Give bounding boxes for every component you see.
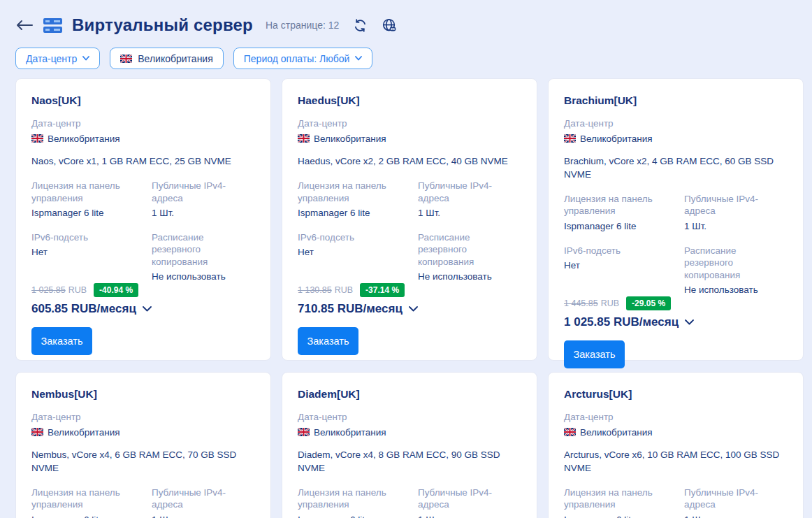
chevron-down-icon[interactable] bbox=[685, 319, 694, 325]
datacenter-value: Великобритания bbox=[48, 133, 120, 145]
card-fields: Лицензия на панель управления Ispmanager… bbox=[298, 487, 521, 518]
cards-grid: Naos[UK] Дата-центр Великобритания Naos,… bbox=[15, 78, 804, 518]
uk-flag-icon bbox=[298, 134, 310, 143]
datacenter-value: Великобритания bbox=[580, 426, 653, 439]
refresh-icon[interactable] bbox=[353, 18, 368, 33]
datacenter-label: Дата-центр bbox=[31, 411, 255, 424]
ipv6-label: IPv6-подсеть bbox=[298, 231, 401, 244]
license-label: Лицензия на панель управления bbox=[298, 487, 401, 511]
server-name: Brachium[UK] bbox=[564, 94, 788, 107]
old-price: 1 445.85 bbox=[564, 298, 598, 308]
license-field: Лицензия на панель управления Ispmanager… bbox=[31, 487, 135, 518]
page-header: Виртуальный сервер На странице: 12 bbox=[15, 13, 797, 38]
card-fields: Лицензия на панель управления Ispmanager… bbox=[564, 487, 788, 518]
ipv6-value: Нет bbox=[298, 246, 401, 259]
uk-flag-icon bbox=[120, 55, 132, 63]
backup-label: Расписание резервного копирования bbox=[684, 245, 788, 282]
backup-value: Не использовать bbox=[684, 284, 788, 296]
server-card: Arcturus[UK] Дата-центр Великобритания A… bbox=[548, 372, 804, 518]
chevron-down-icon[interactable] bbox=[409, 306, 418, 312]
uk-flag-icon bbox=[298, 428, 310, 436]
license-label: Лицензия на панель управления bbox=[564, 487, 667, 511]
backup-field: Расписание резервного копирования Не исп… bbox=[418, 231, 521, 283]
price-area: 1 025.85 RUB -40.94 % 605.85 RUB/месяц З… bbox=[31, 283, 255, 355]
server-name: Haedus[UK] bbox=[298, 94, 521, 107]
old-price: 1 130.85 bbox=[298, 285, 332, 295]
ipv4-label: Публичные IPv4-адреса bbox=[684, 487, 788, 511]
server-name: Nembus[UK] bbox=[31, 388, 255, 401]
ipv4-value: 1 Шт. bbox=[418, 514, 521, 518]
datacenter-label: Дата-центр bbox=[298, 411, 521, 424]
license-value: Ispmanager 6 lite bbox=[31, 207, 135, 220]
back-arrow-icon[interactable] bbox=[15, 20, 34, 31]
card-fields: Лицензия на панель управления Ispmanager… bbox=[564, 193, 788, 296]
price-area: 1 130.85 RUB -37.14 % 710.85 RUB/месяц З… bbox=[298, 283, 521, 355]
uk-flag-icon bbox=[564, 428, 576, 436]
order-button[interactable]: Заказать bbox=[564, 340, 625, 368]
backup-field: Расписание резервного копирования Не исп… bbox=[684, 245, 788, 296]
server-spec: Nembus, vCore x4, 6 GB RAM ECC, 70 GB SS… bbox=[31, 449, 255, 475]
license-field: Лицензия на панель управления Ispmanager… bbox=[298, 180, 401, 220]
chevron-down-icon bbox=[82, 56, 89, 61]
uk-flag-icon bbox=[31, 134, 43, 143]
globe-network-icon[interactable] bbox=[382, 17, 397, 33]
ipv4-label: Публичные IPv4-адреса bbox=[152, 180, 255, 204]
discount-badge: -40.94 % bbox=[94, 283, 138, 297]
datacenter-label: Дата-центр bbox=[564, 411, 788, 424]
uk-flag-icon bbox=[31, 428, 43, 436]
ipv4-value: 1 Шт. bbox=[418, 207, 521, 220]
chevron-down-icon bbox=[355, 56, 362, 61]
ipv4-label: Публичные IPv4-адреса bbox=[684, 193, 788, 217]
chevron-down-icon[interactable] bbox=[143, 306, 152, 312]
price-per-month: 605.85 RUB/месяц bbox=[31, 302, 136, 316]
backup-label: Расписание резервного копирования bbox=[418, 231, 521, 268]
filter-payment-period[interactable]: Период оплаты: Любой bbox=[233, 48, 373, 69]
ipv4-field: Публичные IPv4-адреса 1 Шт. bbox=[418, 180, 521, 220]
datacenter-field: Дата-центр Великобритания bbox=[31, 411, 255, 438]
datacenter-field: Дата-центр Великобритания bbox=[298, 411, 521, 438]
old-price-row: 1 130.85 RUB -37.14 % bbox=[298, 283, 521, 297]
ipv6-field: IPv6-подсеть Нет bbox=[298, 231, 401, 283]
server-card: Haedus[UK] Дата-центр Великобритания Hae… bbox=[282, 78, 537, 361]
datacenter-field: Дата-центр Великобритания bbox=[564, 411, 788, 438]
order-button[interactable]: Заказать bbox=[31, 327, 92, 355]
uk-flag-icon bbox=[564, 134, 576, 143]
old-price-currency: RUB bbox=[335, 285, 353, 295]
discount-badge: -37.14 % bbox=[360, 283, 405, 297]
license-field: Лицензия на панель управления Ispmanager… bbox=[298, 487, 401, 518]
license-label: Лицензия на панель управления bbox=[564, 193, 667, 217]
ipv4-field: Публичные IPv4-адреса 1 Шт. bbox=[684, 487, 788, 518]
price-per-month: 710.85 RUB/месяц bbox=[298, 302, 403, 316]
server-spec: Naos, vCore x1, 1 GB RAM ECC, 25 GB NVME bbox=[31, 155, 255, 168]
server-spec: Diadem, vCore x4, 8 GB RAM ECC, 90 GB SS… bbox=[298, 449, 521, 475]
datacenter-value: Великобритания bbox=[314, 426, 386, 439]
old-price-row: 1 445.85 RUB -29.05 % bbox=[564, 296, 788, 310]
server-card: Brachium[UK] Дата-центр Великобритания B… bbox=[548, 78, 804, 361]
datacenter-value: Великобритания bbox=[48, 426, 120, 439]
backup-value: Не использовать bbox=[152, 271, 255, 283]
order-button[interactable]: Заказать bbox=[298, 327, 358, 355]
old-price-row: 1 025.85 RUB -40.94 % bbox=[31, 283, 255, 297]
server-card: Nembus[UK] Дата-центр Великобритания Nem… bbox=[15, 372, 271, 518]
per-page-selector[interactable]: На странице: 12 bbox=[266, 20, 339, 31]
datacenter-field: Дата-центр Великобритания bbox=[564, 117, 788, 145]
ipv4-field: Публичные IPv4-адреса 1 Шт. bbox=[684, 193, 788, 233]
server-name: Diadem[UK] bbox=[298, 388, 521, 401]
server-name: Naos[UK] bbox=[31, 94, 255, 107]
ipv6-value: Нет bbox=[31, 246, 135, 259]
datacenter-value: Великобритания bbox=[314, 133, 386, 145]
old-price-currency: RUB bbox=[68, 285, 87, 295]
card-fields: Лицензия на панель управления Ispmanager… bbox=[31, 487, 255, 518]
ipv4-label: Публичные IPv4-адреса bbox=[418, 487, 521, 511]
discount-badge: -29.05 % bbox=[626, 296, 671, 310]
server-spec: Brachium, vCore x2, 4 GB RAM ECC, 60 GB … bbox=[564, 155, 788, 182]
filter-datacenter[interactable]: Дата-центр bbox=[15, 48, 100, 69]
filter-country[interactable]: Великобритания bbox=[110, 48, 224, 69]
datacenter-label: Дата-центр bbox=[564, 117, 788, 130]
license-label: Лицензия на панель управления bbox=[298, 180, 401, 204]
ipv4-label: Публичные IPv4-адреса bbox=[152, 487, 255, 511]
ipv4-field: Публичные IPv4-адреса 1 Шт. bbox=[152, 180, 255, 220]
ipv4-label: Публичные IPv4-адреса bbox=[418, 180, 521, 204]
ipv4-value: 1 Шт. bbox=[152, 207, 255, 220]
ipv6-value: Нет bbox=[564, 259, 667, 272]
